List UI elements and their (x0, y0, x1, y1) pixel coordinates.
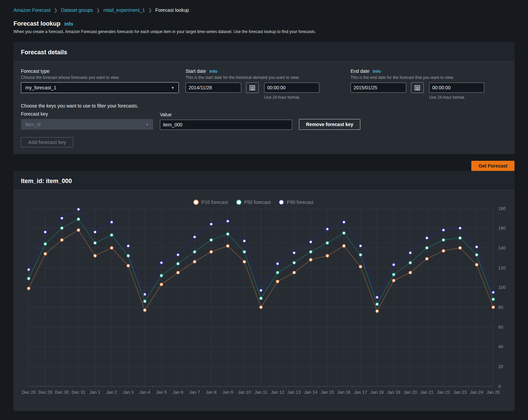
svg-text:Jan 24: Jan 24 (470, 390, 483, 395)
forecast-chart-area: P10 forecast P50 forecast P90 forecast 0… (13, 190, 515, 411)
svg-text:Jan 4: Jan 4 (139, 390, 150, 395)
remove-forecast-key-button[interactable]: Remove forecast key (299, 119, 360, 130)
svg-text:40: 40 (498, 344, 503, 349)
result-panel-title: Item_id: item_000 (21, 178, 72, 184)
end-time-input[interactable] (429, 83, 484, 93)
svg-text:Jan 5: Jan 5 (156, 390, 167, 395)
legend-label-p10: P10 forecast (201, 200, 228, 205)
legend-item-p90[interactable]: P90 forecast (279, 200, 313, 205)
forecast-details-title: Forecast details (21, 49, 67, 56)
forecast-key-label: Forecast key (21, 111, 153, 117)
calendar-icon (250, 85, 255, 90)
svg-text:180: 180 (498, 206, 506, 211)
svg-text:160: 160 (498, 226, 506, 231)
value-label: Value (160, 112, 292, 117)
svg-text:Jan 25: Jan 25 (487, 390, 500, 395)
end-date-info-link[interactable]: Info (373, 69, 381, 74)
page-description: When you create a forecast, Amazon Forec… (13, 29, 515, 34)
forecast-key-selected-value: item_id (25, 122, 40, 127)
chevron-down-icon: ▼ (171, 86, 174, 90)
end-date-field: End date Info This is the end date for t… (351, 68, 507, 100)
end-date-description: This is the end date for the forecast th… (351, 75, 507, 80)
svg-text:Jan 10: Jan 10 (238, 390, 251, 395)
forecast-line-chart: 020406080100120140160180Dec 28Dec 29Dec … (13, 190, 515, 411)
svg-text:Dec 29: Dec 29 (38, 390, 52, 395)
p90-legend-marker-icon (279, 200, 284, 205)
forecast-type-description: Choose the forecast whose forecasts you … (21, 75, 179, 80)
add-forecast-key-button: Add forecast key (21, 137, 73, 147)
svg-text:Jan 22: Jan 22 (437, 390, 450, 395)
forecast-type-field: Forecast type Choose the forecast whose … (21, 68, 179, 100)
value-input[interactable] (160, 120, 292, 130)
breadcrumb-link-dataset-groups[interactable]: Dataset groups (61, 7, 93, 13)
forecast-lookup-page: Amazon Forecast ❯ Dataset groups ❯ retai… (0, 0, 528, 411)
p50-legend-marker-icon (236, 200, 242, 205)
end-date-label: End date (351, 68, 369, 74)
start-date-info-link[interactable]: Info (210, 69, 218, 74)
forecast-result-panel: Item_id: item_000 P10 forecast P50 forec… (13, 171, 515, 411)
start-date-field: Start date Info This is the start date f… (186, 68, 344, 100)
svg-text:Jan 7: Jan 7 (189, 390, 200, 395)
start-date-label: Start date (186, 68, 206, 74)
svg-text:120: 120 (498, 265, 506, 270)
svg-text:Dec 28: Dec 28 (22, 390, 35, 395)
svg-text:Jan 19: Jan 19 (387, 390, 400, 395)
result-panel-header: Item_id: item_000 (13, 171, 515, 190)
svg-text:Jan 21: Jan 21 (420, 390, 434, 395)
svg-text:Jan 23: Jan 23 (453, 390, 467, 395)
svg-text:Jan 6: Jan 6 (173, 390, 184, 395)
forecast-type-label: Forecast type (21, 68, 50, 74)
svg-text:Jan 15: Jan 15 (321, 390, 334, 395)
chart-legend: P10 forecast P50 forecast P90 forecast (13, 200, 493, 205)
svg-text:Jan 8: Jan 8 (206, 390, 217, 395)
breadcrumb: Amazon Forecast ❯ Dataset groups ❯ retai… (13, 7, 515, 13)
svg-text:Jan 3: Jan 3 (123, 390, 134, 395)
forecast-details-header: Forecast details (13, 42, 515, 62)
svg-text:Jan 18: Jan 18 (370, 390, 384, 395)
breadcrumb-link-dataset-group[interactable]: retail_experiment_1 (103, 7, 145, 13)
legend-item-p50[interactable]: P50 forecast (236, 200, 271, 205)
breadcrumb-current: Forecast lookup (155, 7, 189, 13)
svg-text:Jan 20: Jan 20 (404, 390, 417, 395)
page-info-link[interactable]: Info (64, 21, 73, 27)
svg-text:80: 80 (498, 305, 503, 310)
legend-label-p50: P50 forecast (244, 200, 271, 205)
svg-text:Jan 16: Jan 16 (337, 390, 351, 395)
svg-text:Jan 11: Jan 11 (254, 390, 267, 395)
start-date-input[interactable] (186, 83, 241, 93)
forecast-key-select: item_id ▼ (21, 119, 153, 130)
chevron-right-icon: ❯ (148, 8, 152, 13)
p10-legend-marker-icon (193, 200, 199, 205)
start-time-format-note: Use 24-hour format. (264, 95, 344, 100)
keys-instruction: Choose the keys you want to use to filte… (21, 103, 507, 109)
svg-text:60: 60 (498, 325, 503, 330)
forecast-details-panel: Forecast details Forecast type Choose th… (13, 42, 515, 154)
start-time-input[interactable] (264, 83, 319, 93)
legend-item-p10[interactable]: P10 forecast (193, 200, 228, 205)
forecast-type-select[interactable]: my_forecast_1 ▼ (21, 82, 179, 93)
chevron-right-icon: ❯ (96, 8, 100, 13)
page-title: Forecast lookup (13, 20, 60, 27)
svg-text:Dec 30: Dec 30 (55, 390, 69, 395)
legend-label-p90: P90 forecast (287, 200, 313, 205)
svg-text:Jan 12: Jan 12 (271, 390, 284, 395)
end-date-calendar-button[interactable] (411, 82, 424, 93)
svg-text:Jan 1: Jan 1 (90, 390, 101, 395)
calendar-icon (415, 85, 420, 90)
svg-text:Jan 14: Jan 14 (304, 390, 317, 395)
svg-text:0: 0 (498, 384, 501, 389)
svg-text:Jan 17: Jan 17 (354, 390, 367, 395)
svg-text:Jan 2: Jan 2 (106, 390, 117, 395)
svg-text:Dec 31: Dec 31 (72, 390, 85, 395)
get-forecast-button[interactable]: Get Forecast (471, 161, 515, 171)
end-date-input[interactable] (351, 83, 406, 93)
breadcrumb-link-amazon-forecast[interactable]: Amazon Forecast (13, 7, 51, 13)
svg-text:20: 20 (498, 364, 503, 369)
value-field: Value (160, 112, 292, 130)
start-date-description: This is the start date for the historica… (186, 75, 344, 80)
chevron-right-icon: ❯ (54, 8, 58, 13)
forecast-type-selected-value: my_forecast_1 (25, 85, 56, 90)
svg-text:140: 140 (498, 245, 506, 250)
start-date-calendar-button[interactable] (246, 82, 259, 93)
forecast-key-field: Forecast key item_id ▼ (21, 111, 153, 130)
